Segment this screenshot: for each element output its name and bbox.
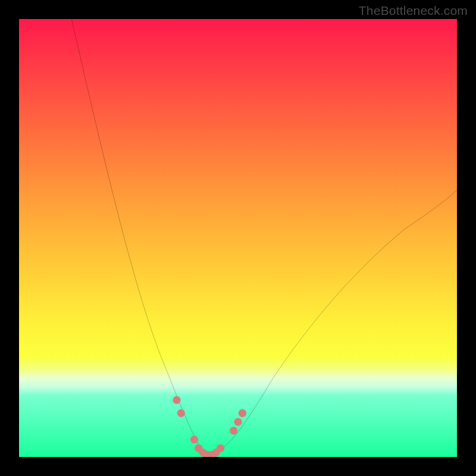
marker-dot [217,444,224,452]
marker-dot [173,396,180,404]
watermark-text: TheBottleneck.com [359,4,468,18]
left-curve [71,19,212,455]
right-curve [212,190,457,455]
marker-dot [190,436,198,443]
marker-dot [239,409,246,417]
plot-area [19,19,457,457]
chart-frame: TheBottleneck.com [0,0,476,476]
marker-dot [234,418,242,425]
chart-svg [19,19,457,457]
marker-dot [230,427,237,434]
marker-dot [177,409,185,417]
marker-group [173,396,246,457]
